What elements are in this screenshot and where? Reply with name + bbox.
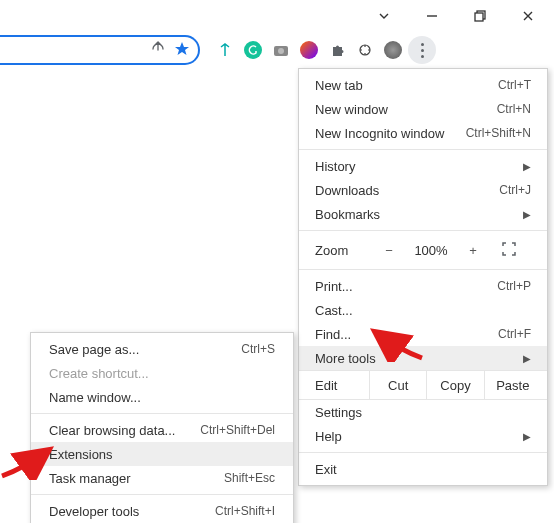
menu-label: History [315, 159, 355, 174]
submenu-caret-icon: ▶ [523, 353, 531, 364]
submenu-shortcut: Ctrl+S [241, 342, 275, 356]
submenu-label: Developer tools [49, 504, 139, 519]
menu-label: Find... [315, 327, 351, 342]
submenu-name-window[interactable]: Name window... [31, 385, 293, 409]
submenu-label: Save page as... [49, 342, 139, 357]
menu-label: Print... [315, 279, 353, 294]
submenu-label: Create shortcut... [49, 366, 149, 381]
grammarly-icon[interactable] [244, 41, 262, 59]
submenu-caret-icon: ▶ [523, 161, 531, 172]
more-tools-submenu: Save page as... Ctrl+S Create shortcut..… [30, 332, 294, 523]
menu-label: Bookmarks [315, 207, 380, 222]
menu-label: Help [315, 429, 342, 444]
submenu-dev-tools[interactable]: Developer tools Ctrl+Shift+I [31, 499, 293, 523]
submenu-shortcut: Ctrl+Shift+Del [200, 423, 275, 437]
edit-label: Edit [315, 378, 369, 393]
menu-cast[interactable]: Cast... [299, 298, 547, 322]
restore-icon[interactable] [468, 6, 492, 26]
zoom-value: 100% [407, 243, 455, 258]
submenu-label: Task manager [49, 471, 131, 486]
menu-bookmarks[interactable]: Bookmarks ▶ [299, 202, 547, 226]
minimize-icon[interactable] [420, 6, 444, 26]
extension-icon-4[interactable] [300, 41, 318, 59]
fullscreen-icon[interactable] [491, 242, 527, 259]
browser-toolbar [0, 32, 554, 68]
menu-separator [299, 269, 547, 270]
menu-separator [299, 452, 547, 453]
menu-shortcut: Ctrl+T [498, 78, 531, 92]
omnibox[interactable] [0, 35, 200, 65]
menu-downloads[interactable]: Downloads Ctrl+J [299, 178, 547, 202]
menu-new-window[interactable]: New window Ctrl+N [299, 97, 547, 121]
menu-new-tab[interactable]: New tab Ctrl+T [299, 73, 547, 97]
close-icon[interactable] [516, 6, 540, 26]
three-dots-icon [421, 43, 424, 58]
submenu-caret-icon: ▶ [523, 431, 531, 442]
zoom-in-button[interactable]: + [455, 243, 491, 258]
svg-point-4 [278, 48, 284, 54]
edit-cut-button[interactable]: Cut [369, 371, 426, 399]
menu-new-incognito[interactable]: New Incognito window Ctrl+Shift+N [299, 121, 547, 145]
submenu-task-manager[interactable]: Task manager Shift+Esc [31, 466, 293, 490]
extension-icon-1[interactable] [216, 41, 234, 59]
zoom-label: Zoom [315, 243, 371, 258]
menu-label: Cast... [315, 303, 353, 318]
submenu-save-page[interactable]: Save page as... Ctrl+S [31, 337, 293, 361]
menu-shortcut: Ctrl+F [498, 327, 531, 341]
submenu-label: Extensions [49, 447, 113, 462]
camera-icon[interactable] [272, 41, 290, 59]
star-icon[interactable] [174, 41, 190, 60]
menu-label: Exit [315, 462, 337, 477]
submenu-clear-data[interactable]: Clear browsing data... Ctrl+Shift+Del [31, 418, 293, 442]
submenu-shortcut: Shift+Esc [224, 471, 275, 485]
svg-rect-2 [475, 13, 483, 21]
menu-settings[interactable]: Settings [299, 400, 547, 424]
extensions-row [216, 41, 402, 59]
menu-shortcut: Ctrl+P [497, 279, 531, 293]
chevron-down-icon[interactable] [372, 6, 396, 26]
menu-print[interactable]: Print... Ctrl+P [299, 274, 547, 298]
menu-more-tools[interactable]: More tools ▶ [299, 346, 547, 370]
edit-paste-button[interactable]: Paste [484, 371, 541, 399]
menu-label: Settings [315, 405, 362, 420]
menu-separator [299, 230, 547, 231]
menu-label: Downloads [315, 183, 379, 198]
menu-separator [299, 149, 547, 150]
submenu-extensions[interactable]: Extensions [31, 442, 293, 466]
menu-edit: Edit Cut Copy Paste [299, 370, 547, 400]
extensions-puzzle-icon[interactable] [328, 41, 346, 59]
extension-icon-6[interactable] [356, 41, 374, 59]
menu-label: New Incognito window [315, 126, 444, 141]
menu-exit[interactable]: Exit [299, 457, 547, 481]
menu-shortcut: Ctrl+N [497, 102, 531, 116]
submenu-caret-icon: ▶ [523, 209, 531, 220]
menu-zoom: Zoom − 100% + [299, 235, 547, 265]
menu-label: New tab [315, 78, 363, 93]
submenu-separator [31, 413, 293, 414]
submenu-label: Name window... [49, 390, 141, 405]
share-icon[interactable] [150, 41, 166, 60]
menu-label: New window [315, 102, 388, 117]
submenu-shortcut: Ctrl+Shift+I [215, 504, 275, 518]
chrome-menu-button[interactable] [408, 36, 436, 64]
profile-avatar[interactable] [384, 41, 402, 59]
submenu-label: Clear browsing data... [49, 423, 175, 438]
chrome-main-menu: New tab Ctrl+T New window Ctrl+N New Inc… [298, 68, 548, 486]
submenu-create-shortcut: Create shortcut... [31, 361, 293, 385]
edit-copy-button[interactable]: Copy [426, 371, 483, 399]
menu-shortcut: Ctrl+J [499, 183, 531, 197]
menu-help[interactable]: Help ▶ [299, 424, 547, 448]
menu-shortcut: Ctrl+Shift+N [466, 126, 531, 140]
menu-history[interactable]: History ▶ [299, 154, 547, 178]
window-caption [372, 0, 554, 26]
menu-find[interactable]: Find... Ctrl+F [299, 322, 547, 346]
menu-label: More tools [315, 351, 376, 366]
submenu-separator [31, 494, 293, 495]
zoom-out-button[interactable]: − [371, 243, 407, 258]
